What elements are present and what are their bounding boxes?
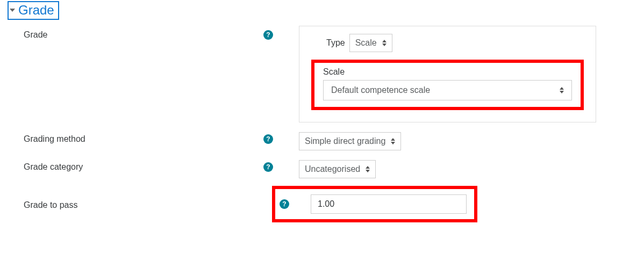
section-title[interactable]: Grade xyxy=(18,3,54,18)
select-grade-category-value: Uncategorised xyxy=(305,164,360,174)
caret-down-icon xyxy=(10,9,15,12)
sort-icon xyxy=(560,87,564,93)
highlight-scale: Scale Default competence scale xyxy=(311,60,584,110)
select-scale-value: Default competence scale xyxy=(331,85,430,95)
sort-icon xyxy=(382,40,387,46)
sort-icon xyxy=(366,166,370,172)
input-grade-to-pass[interactable] xyxy=(311,194,467,214)
grade-settings-box: Type Scale Scale Default competence scal… xyxy=(299,26,596,122)
help-icon[interactable]: ? xyxy=(263,134,273,144)
highlight-grade-to-pass: ? xyxy=(272,186,477,222)
select-grading-method-value: Simple direct grading xyxy=(305,136,385,146)
section-toggle-grade[interactable]: Grade xyxy=(8,1,59,20)
label-type: Type xyxy=(326,38,345,48)
select-grade-type-value: Scale xyxy=(355,38,377,48)
help-icon[interactable]: ? xyxy=(263,30,273,40)
label-grade-to-pass: Grade to pass xyxy=(8,198,260,210)
label-grade: Grade xyxy=(8,28,260,40)
select-grading-method[interactable]: Simple direct grading xyxy=(299,132,401,150)
label-grading-method: Grading method xyxy=(8,132,260,144)
help-icon[interactable]: ? xyxy=(263,162,273,172)
label-grade-category: Grade category xyxy=(8,160,260,172)
label-scale: Scale xyxy=(323,67,572,77)
select-scale[interactable]: Default competence scale xyxy=(323,80,572,100)
select-grade-category[interactable]: Uncategorised xyxy=(299,160,376,178)
help-icon[interactable]: ? xyxy=(280,199,289,209)
select-grade-type[interactable]: Scale xyxy=(349,34,392,52)
sort-icon xyxy=(391,138,395,144)
